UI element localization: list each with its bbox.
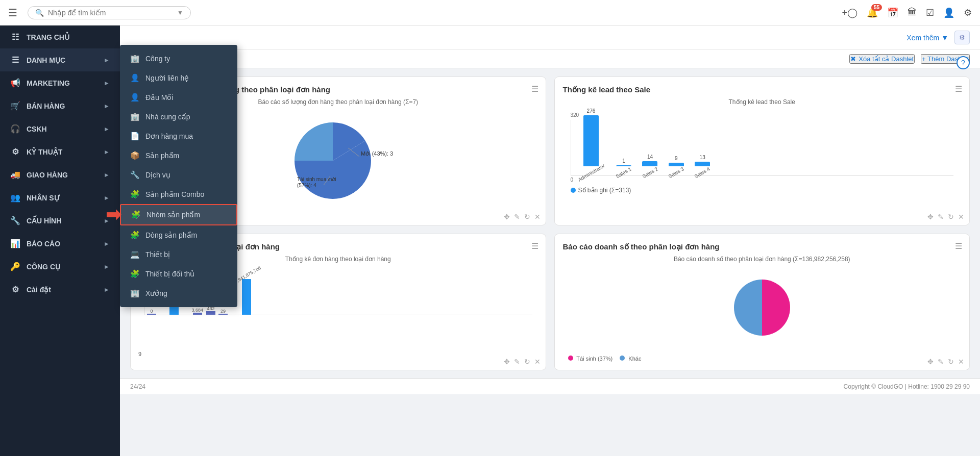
expand-icon-2[interactable]: ✥ [927, 213, 934, 221]
bar-chart-area: 276 Administrator 1 Sales 1 14 Sa [571, 120, 954, 176]
expand-icon-4[interactable]: ✥ [927, 358, 934, 366]
refresh-icon-2[interactable]: ↻ [948, 213, 954, 221]
refresh-icon-4[interactable]: ↻ [948, 358, 954, 366]
user-icon[interactable]: 👤 [943, 7, 954, 18]
svg-text:Tái sinh mua mới: Tái sinh mua mới [297, 176, 336, 182]
legend-label-lead: Số bản ghi (Σ=313) [578, 187, 631, 194]
bar-group-s3: 9 Sales 3 [668, 156, 684, 175]
topbar: ☰ 🔍 ▼ +◯ 🔔 55 📅 🏛 ☑ 👤 ⚙ [0, 0, 980, 26]
dropdown-item-nha-cung-cap[interactable]: 🏢 Nhà cung cấp [120, 107, 237, 126]
product-line-icon: 🧩 [130, 231, 139, 240]
bar-group-s4: 13 Sales 4 [694, 155, 710, 175]
dropdown-item-dau-moi[interactable]: 👤 Đầu Mối [120, 88, 237, 107]
xem-them-button[interactable]: Xem thêm ▼ [906, 34, 948, 42]
dashlet-footer-3: ✥ ✎ ↻ ✕ [504, 358, 541, 366]
hr-icon: 👥 [10, 193, 20, 202]
expand-icon-3[interactable]: ✥ [504, 358, 510, 366]
sidebar-item-marketing[interactable]: 📢 MARKETING ► [0, 71, 120, 94]
purchase-order-icon: 📄 [130, 132, 139, 141]
add-icon[interactable]: +◯ [842, 7, 857, 18]
edit-icon-3[interactable]: ✎ [514, 358, 520, 366]
edit-icon-4[interactable]: ✎ [938, 358, 944, 366]
chevron-right-icon: ► [104, 57, 110, 64]
search-input[interactable] [48, 9, 176, 17]
refresh-icon-1[interactable]: ↻ [524, 213, 530, 221]
expand-icon-1[interactable]: ✥ [504, 213, 510, 221]
bar-value-s4: 13 [700, 155, 705, 160]
legend-dot-lead [571, 188, 576, 193]
sidebar-item-cau-hinh[interactable]: 🔧 CẤU HÌNH ► [0, 209, 120, 232]
gear-icon: ⚙ [10, 285, 20, 294]
dashlet-menu-icon-3[interactable]: ☰ [531, 241, 538, 251]
legend-dot-blue [620, 356, 625, 361]
close-icon-2[interactable]: ✕ [958, 213, 964, 221]
bar-4-val: 29 [220, 309, 226, 314]
y-axis-max: 320 [571, 112, 954, 118]
y-axis-min: 0 [571, 177, 954, 183]
search-bar[interactable]: 🔍 ▼ [28, 6, 191, 19]
dropdown-item-dong-san-pham[interactable]: 🧩 Dòng sản phẩm [120, 225, 237, 245]
dropdown-item-don-hang-mua[interactable]: 📄 Đơn hàng mua [120, 126, 237, 146]
combo-icon: 🧩 [130, 190, 139, 199]
pie-svg-1: Mới (43%): 3 Tái sinh mua mới (57%): 4 [282, 115, 394, 207]
sidebar-item-trang-chu[interactable]: ☷ TRANG CHỦ [0, 26, 120, 48]
dropdown-item-nhom-san-pham[interactable]: ➡ 🧩 Nhóm sản phẩm [120, 204, 237, 225]
page-footer: 24/24 Copyright © CloudGO | Hotline: 190… [120, 378, 980, 394]
bar-0-val: 0 [150, 309, 153, 314]
dropdown-item-dich-vu[interactable]: 🔧 Dịch vụ [120, 165, 237, 185]
bar-value-s2: 14 [647, 154, 653, 160]
sidebar-item-ban-hang[interactable]: 🛒 BÁN HÀNG ► [0, 94, 120, 117]
dashboard-settings-button[interactable]: ⚙ [954, 31, 970, 44]
content-toolbar: Xem thêm ▼ ⚙ [120, 26, 980, 50]
dropdown-item-xuong[interactable]: 🏢 Xưởng [120, 284, 237, 303]
chart-icon[interactable]: 🏛 [908, 7, 917, 18]
edit-icon-1[interactable]: ✎ [514, 213, 520, 221]
dropdown-item-nguoi-lien-he[interactable]: 👤 Người liên hệ [120, 68, 237, 88]
bottom-note: 9 [138, 351, 141, 357]
chart-legend-lead: Số bản ghi (Σ=313) [571, 187, 954, 194]
help-icon[interactable]: ? [957, 56, 970, 69]
bar-group-s2: 14 Sales 2 [642, 154, 658, 175]
sidebar-item-bao-cao[interactable]: 📊 BÁO CÁO ► [0, 232, 120, 255]
delivery-icon: 🚚 [10, 170, 20, 180]
sidebar-item-ky-thuat[interactable]: ⚙ KỸ THUẬT ► [0, 140, 120, 163]
sidebar-item-nhan-su[interactable]: 👥 NHÂN SỰ ► [0, 186, 120, 209]
dropdown-item-san-pham[interactable]: 📦 Sản phẩm [120, 146, 237, 165]
sidebar-item-danh-muc[interactable]: ☰ DANH MỤC ► [0, 48, 120, 71]
calendar-icon[interactable]: 📅 [887, 7, 898, 18]
dropdown-item-san-pham-combo[interactable]: 🧩 Sản phẩm Combo [120, 185, 237, 204]
chevron-right-icon: ► [104, 148, 110, 156]
sidebar-item-cai-dat[interactable]: ⚙ Cài đặt ► [0, 278, 120, 301]
hamburger-icon[interactable]: ☰ [8, 7, 17, 19]
xoa-dashlet-button[interactable]: ✖ Xóa tất cả Dashlet [849, 54, 915, 64]
sidebar-item-cskh[interactable]: 🎧 CSKH ► [0, 117, 120, 140]
close-icon-4[interactable]: ✕ [958, 358, 964, 366]
refresh-icon-3[interactable]: ↻ [524, 358, 530, 366]
home-icon: ☷ [10, 32, 20, 42]
support-icon: 🎧 [10, 124, 20, 134]
notification-badge: 55 [871, 4, 882, 11]
chevron-right-icon: ► [104, 286, 110, 293]
sidebar-item-giao-hang[interactable]: 🚚 GIAO HÀNG ► [0, 163, 120, 186]
dashlet-footer-1: ✥ ✎ ↻ ✕ [504, 213, 541, 221]
close-icon-1[interactable]: ✕ [534, 213, 541, 221]
task-icon[interactable]: ☑ [926, 7, 934, 18]
xoa-label: Xóa tất cả Dashlet [859, 55, 914, 63]
settings-icon[interactable]: ⚙ [964, 7, 972, 18]
product-group-icon: 🧩 [131, 210, 140, 219]
dashlet-menu-icon-2[interactable]: ☰ [955, 84, 962, 94]
sidebar-item-cong-cu[interactable]: 🔑 CÔNG CỤ ► [0, 255, 120, 278]
dashlet-menu-icon-1[interactable]: ☰ [531, 84, 538, 94]
bell-icon[interactable]: 🔔 55 [867, 7, 878, 18]
chevron-right-icon: ► [104, 103, 110, 110]
dropdown-item-thiet-bi[interactable]: 💻 Thiết bị [120, 245, 237, 264]
bar-s2 [642, 161, 657, 166]
dashlet-menu-icon-4[interactable]: ☰ [955, 241, 962, 251]
dashlet-footer-4: ✥ ✎ ↻ ✕ [927, 358, 964, 366]
edit-icon-2[interactable]: ✎ [938, 213, 944, 221]
dropdown-label-san-pham-combo: Sản phẩm Combo [145, 190, 204, 198]
close-icon-3[interactable]: ✕ [534, 358, 541, 366]
dropdown-item-cong-ty[interactable]: 🏢 Công ty [120, 49, 237, 68]
dropdown-item-thiet-bi-doi-thu[interactable]: 🧩 Thiết bị đối thủ [120, 264, 237, 284]
tech-icon: ⚙ [10, 147, 20, 157]
